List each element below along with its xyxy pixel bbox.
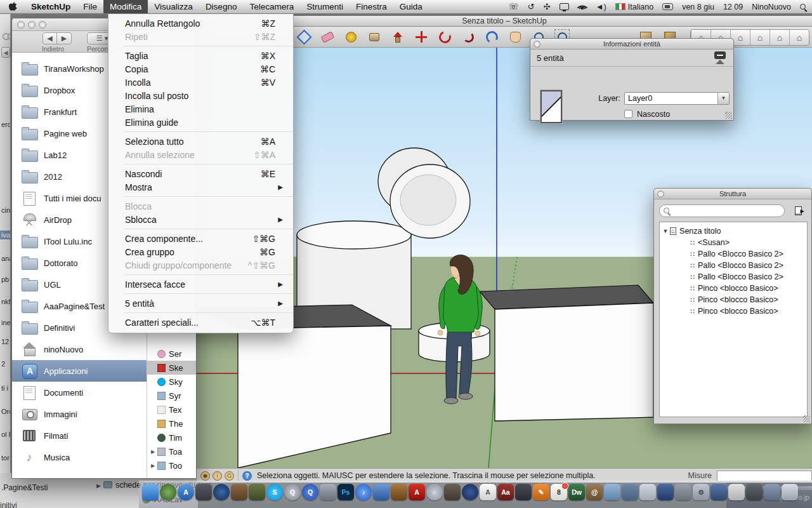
menu-bar-item[interactable]: Disegno <box>199 0 244 13</box>
dock-garageband-icon[interactable] <box>391 484 407 500</box>
measurements-input[interactable] <box>717 471 812 481</box>
sidebar-item-immagini[interactable]: Immagini <box>12 403 147 425</box>
disclosure-triangle-icon[interactable]: ▶ <box>151 463 157 469</box>
dock-camera-icon[interactable] <box>444 484 461 500</box>
dock-icon[interactable] <box>746 484 763 500</box>
volume-icon[interactable]: ◄) <box>596 2 606 11</box>
menu-item[interactable]: Annulla selezione ⇧⌘A <box>108 148 293 161</box>
tape-measure-tool[interactable] <box>343 29 359 45</box>
menu-item[interactable] <box>108 129 293 135</box>
dock-finder-icon[interactable] <box>142 484 159 500</box>
accessibility-icon[interactable]: ✣ <box>544 2 551 11</box>
file-list-row[interactable]: Sky <box>147 375 197 389</box>
dock-dreamweaver-icon[interactable]: Dw <box>568 484 585 500</box>
orbit-tool[interactable] <box>483 29 500 45</box>
menu-bar-date[interactable]: ven 8 giu <box>682 3 714 11</box>
menu-item[interactable] <box>108 226 293 232</box>
menu-item[interactable]: Seleziona tutto ⌘A <box>108 135 293 148</box>
resize-handle[interactable] <box>725 112 732 119</box>
dock-dashed-icon[interactable]: ◌ <box>426 484 443 500</box>
chevron-down-icon[interactable]: ▼ <box>717 93 729 104</box>
menu-item[interactable] <box>108 194 293 199</box>
apple-menu[interactable] <box>0 0 25 13</box>
tree-item[interactable]: ∷ Pallo <Blocco Basico 2> <box>660 271 807 283</box>
menu-item[interactable]: Sblocca ▶ <box>108 213 293 226</box>
menu-item[interactable]: 5 entità ▶ <box>108 297 293 310</box>
dock-textedit-icon[interactable]: A <box>480 484 496 500</box>
dock-photoshop-icon[interactable]: Ps <box>337 484 354 500</box>
menu-item[interactable]: Caratteri speciali... ⌥⌘T <box>108 316 293 329</box>
view-right-button[interactable]: ⌂ <box>750 30 769 45</box>
dock-safari-icon[interactable] <box>213 484 230 500</box>
menu-item[interactable]: Incolla sul posto <box>108 89 293 102</box>
outliner-search-input[interactable] <box>659 204 785 217</box>
pan-tool[interactable] <box>507 29 523 45</box>
dock-icon[interactable] <box>710 484 727 500</box>
menu-item[interactable] <box>108 272 293 277</box>
back-button[interactable]: ◀ <box>43 32 57 44</box>
display-icon[interactable] <box>560 3 569 10</box>
user-menu[interactable]: NinoNuovo <box>752 3 791 11</box>
tree-item[interactable]: ∷ Pinco <blocco Basico> <box>660 283 807 294</box>
menu-item[interactable] <box>108 291 293 297</box>
menu-item[interactable]: Chiudi gruppo/componente ^⇧⌘G <box>108 258 293 272</box>
menu-item[interactable]: Elimina guide <box>108 116 293 129</box>
dock-utility-icon[interactable] <box>195 484 212 500</box>
tree-item[interactable]: ∷ Pallo <Blocco Basico 2> <box>660 248 807 260</box>
menu-bar-item[interactable]: Modifica <box>103 0 148 13</box>
dock-contacts-icon[interactable]: @ <box>586 484 603 500</box>
file-list-row[interactable]: Tex <box>147 403 197 417</box>
dock-q-icon[interactable]: Q <box>302 484 318 500</box>
menu-item[interactable]: Annulla Rettangolo ⌘Z <box>108 17 293 30</box>
rotate-tool[interactable] <box>436 29 453 45</box>
dock-icon[interactable] <box>675 484 691 500</box>
menu-bar-item[interactable]: SketchUp <box>25 0 77 13</box>
tree-expand-icon[interactable]: ▼ <box>661 228 670 234</box>
spotlight-icon[interactable] <box>800 4 806 10</box>
wifi-icon[interactable] <box>578 3 587 10</box>
close-button[interactable] <box>17 21 25 29</box>
dock-acrobat-icon[interactable]: A <box>409 484 425 500</box>
sidebar-item-filmati[interactable]: Filmati <box>12 425 147 446</box>
dock-appstore-icon[interactable]: A <box>178 484 194 500</box>
dock-camo-icon[interactable] <box>249 484 265 500</box>
menu-item[interactable]: Blocca <box>108 199 293 213</box>
time-machine-icon[interactable]: ↺ <box>528 2 535 11</box>
close-icon[interactable] <box>534 41 540 48</box>
push-pull-tool[interactable] <box>390 29 406 45</box>
menu-bar-item[interactable]: Finestra <box>350 0 393 13</box>
menu-bar-clock[interactable]: 12 09 <box>723 3 743 11</box>
file-list-row[interactable]: ▶ Toa <box>147 444 197 458</box>
resize-handle[interactable] <box>803 415 810 422</box>
zoom-button[interactable] <box>39 21 46 29</box>
menu-bar-item[interactable]: Telecamera <box>243 0 300 13</box>
tree-item[interactable]: ∷ Pinco <blocco Basico> <box>660 294 807 305</box>
disclosure-triangle-icon[interactable]: ▶ <box>151 449 157 455</box>
dock-globe-icon[interactable] <box>462 484 478 500</box>
menu-item[interactable]: Ripeti ⇧⌘Z <box>108 30 293 43</box>
menu-bar-item[interactable]: Guida <box>393 0 429 13</box>
help-icon[interactable]: ? <box>242 471 252 481</box>
dock-icon[interactable] <box>639 484 656 500</box>
outliner-title-bar[interactable]: Struttura <box>654 189 811 199</box>
file-list-row[interactable]: ▶ Too <box>147 458 197 472</box>
dock-skype-icon[interactable]: S <box>266 484 283 500</box>
menu-item[interactable]: Copia ⌘C <box>108 62 293 76</box>
sidebar-item-ninonuovo[interactable]: ninoNuovo <box>12 338 147 360</box>
menu-item[interactable]: Mostra ▶ <box>108 180 293 194</box>
tree-item[interactable]: ∷ Pinco <blocco Basico> <box>660 305 807 317</box>
menu-bar-item[interactable]: File <box>77 0 103 13</box>
input-language-menu[interactable]: Italiano <box>615 3 653 11</box>
dock-mail-icon[interactable] <box>373 484 390 500</box>
status-badge-icon[interactable]: G <box>225 471 234 481</box>
menu-item[interactable]: Nascondi ⌘E <box>108 167 293 180</box>
menu-item[interactable]: Crea componente... ⇧⌘G <box>108 232 293 245</box>
dock-dictionary-icon[interactable]: Aa <box>497 484 514 500</box>
status-badge-icon[interactable]: i <box>213 471 222 481</box>
hidden-checkbox[interactable] <box>624 110 632 118</box>
battery-icon[interactable] <box>662 3 673 10</box>
dock-pencil-icon[interactable]: ✎ <box>533 484 549 500</box>
sidebar-item-musica[interactable]: ♪ Musica <box>12 446 147 468</box>
box-right[interactable] <box>480 285 653 421</box>
paint-bucket-tool[interactable] <box>366 29 383 45</box>
